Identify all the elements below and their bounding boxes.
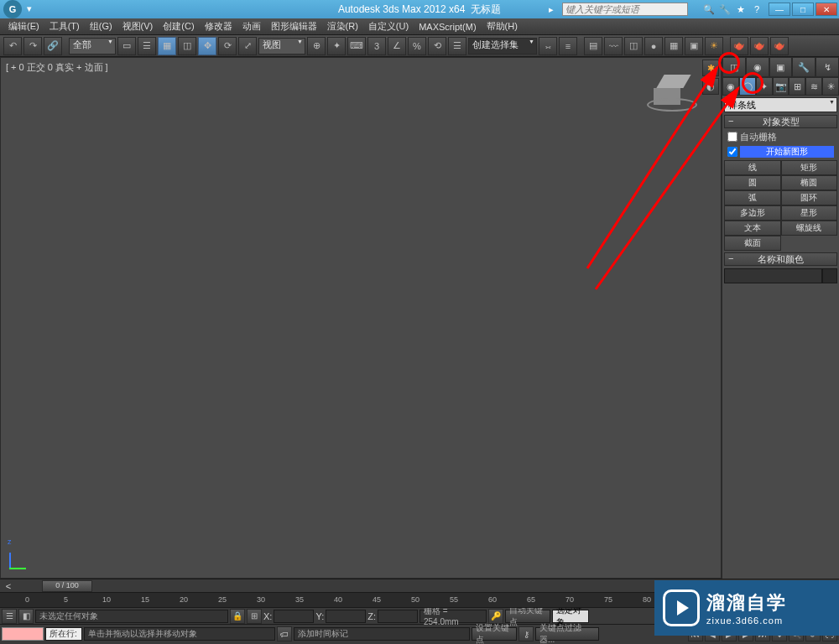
menu-maxscript[interactable]: MAXScript(M) (414, 22, 481, 32)
btn-arc[interactable]: 弧 (724, 190, 781, 205)
menu-tools[interactable]: 工具(T) (44, 20, 85, 33)
btn-donut[interactable]: 圆环 (781, 190, 838, 205)
select-move-button[interactable]: ✥ (198, 37, 216, 55)
object-type-rollout[interactable]: −对象类型 (724, 115, 837, 128)
link-button[interactable]: 🔗 (44, 37, 62, 55)
menu-render[interactable]: 渲染(R) (322, 20, 363, 33)
btn-text[interactable]: 文本 (724, 221, 781, 236)
object-name-input[interactable] (724, 268, 822, 283)
display-tab-icon[interactable]: ▣ (769, 57, 793, 77)
lock-button[interactable]: 🔒 (230, 609, 245, 624)
spacewarps-cat-icon[interactable]: ≋ (805, 77, 822, 96)
selected-dropdown[interactable]: 选定对象 (552, 610, 589, 623)
menu-modifiers[interactable]: 修改器 (200, 20, 237, 33)
shapes-cat-icon[interactable]: ◯ (739, 77, 756, 96)
wrench-icon[interactable]: 🔧 (718, 3, 732, 16)
minimize-button[interactable]: — (769, 3, 790, 16)
script-input-left[interactable] (2, 627, 44, 641)
teapot3-icon[interactable]: 🫖 (770, 37, 789, 55)
teapot1-icon[interactable]: 🫖 (730, 37, 748, 55)
teapot2-icon[interactable]: 🫖 (750, 37, 769, 55)
timetag-input[interactable]: 添加时间标记 (294, 627, 470, 641)
maximize-button[interactable]: □ (792, 3, 814, 16)
menu-create[interactable]: 创建(C) (158, 20, 199, 33)
helpers-cat-icon[interactable]: ⊞ (789, 77, 805, 96)
select-rotate-button[interactable]: ⟳ (218, 37, 237, 55)
window-crossing-button[interactable]: ◫ (178, 37, 196, 55)
redo-button[interactable]: ↷ (23, 37, 42, 55)
star-icon[interactable]: ★ (734, 3, 748, 16)
name-color-rollout[interactable]: −名称和颜色 (724, 252, 837, 266)
edit-named-sel-button[interactable]: ☰ (448, 37, 466, 55)
modify-tab-icon[interactable]: ◐ (702, 78, 719, 95)
utilities-tab-icon[interactable]: 🔧 (792, 57, 816, 77)
autokey-button[interactable]: 自动关键点 (505, 610, 550, 623)
script-listener-button[interactable]: ◧ (18, 609, 34, 624)
curve-editor-button[interactable]: 〰 (604, 37, 623, 55)
time-slider-handle[interactable]: 0 / 100 (42, 580, 92, 592)
z-input[interactable] (378, 610, 418, 623)
create-tab-icon[interactable]: ✱ (702, 60, 719, 76)
menu-graph[interactable]: 图形编辑器 (266, 20, 322, 33)
object-color-swatch[interactable] (822, 268, 837, 283)
btn-rectangle[interactable]: 矩形 (781, 160, 838, 175)
app-icon[interactable]: G (3, 0, 22, 18)
render-setup-button[interactable]: ▦ (664, 37, 683, 55)
named-selection-dropdown[interactable]: 创建选择集 (468, 38, 537, 55)
title-arrow-icon[interactable]: ▸ (549, 4, 554, 15)
systems-cat-icon[interactable]: ✳ (822, 77, 839, 96)
viewcube[interactable] (654, 75, 696, 108)
btn-helix[interactable]: 螺旋线 (781, 221, 838, 236)
menu-help[interactable]: 帮助(H) (482, 20, 523, 33)
keyfilter-button[interactable]: 关键点过滤器... (535, 627, 599, 641)
select-button[interactable]: ▭ (117, 37, 136, 55)
btn-star[interactable]: 星形 (781, 205, 838, 221)
select-region-button[interactable]: ▦ (158, 37, 176, 55)
lights-cat-icon[interactable]: ✦ (756, 77, 773, 96)
percent-snap-button[interactable]: % (408, 37, 426, 55)
select-name-button[interactable]: ☰ (138, 37, 156, 55)
y-input[interactable] (326, 610, 366, 623)
btn-ngon[interactable]: 多边形 (724, 205, 781, 221)
close-button[interactable]: ✕ (816, 3, 837, 16)
help-search-input[interactable] (562, 3, 688, 16)
script-mini-button[interactable]: ☰ (2, 609, 17, 624)
hierarchy-tab-icon[interactable]: ◫ (722, 57, 746, 77)
btn-ellipse[interactable]: 椭圆 (781, 175, 838, 190)
menu-animation[interactable]: 动画 (237, 20, 266, 33)
undo-button[interactable]: ↶ (3, 37, 22, 55)
extra-tab-icon[interactable]: ↯ (816, 57, 839, 77)
timetag-button[interactable]: 🏷 (277, 626, 292, 641)
manipulate-button[interactable]: ✦ (327, 37, 346, 55)
material-editor-button[interactable]: ● (644, 37, 663, 55)
shape-type-dropdown[interactable]: 样条线 (724, 97, 837, 112)
autogrid-checkbox[interactable] (727, 132, 737, 142)
ref-coord-dropdown[interactable]: 视图 (258, 38, 305, 55)
schematic-button[interactable]: ◫ (624, 37, 643, 55)
select-scale-button[interactable]: ⤢ (238, 37, 257, 55)
selection-filter-dropdown[interactable]: 全部 (69, 38, 116, 55)
layer-button[interactable]: ▤ (584, 37, 602, 55)
spinner-snap-button[interactable]: ⟲ (428, 37, 446, 55)
menu-group[interactable]: 组(G) (85, 20, 117, 33)
menu-view[interactable]: 视图(V) (117, 20, 159, 33)
btn-circle[interactable]: 圆 (724, 175, 781, 190)
mirror-button[interactable]: ⟗ (539, 37, 557, 55)
render-button[interactable]: ☀ (705, 37, 723, 55)
abs-rel-button[interactable]: ⊞ (247, 609, 262, 624)
align-button[interactable]: ≡ (559, 37, 577, 55)
keyboard-shortcut-button[interactable]: ⌨ (347, 37, 366, 55)
key-button[interactable]: 🔑 (488, 609, 503, 624)
angle-snap-button[interactable]: ∠ (388, 37, 406, 55)
viewport[interactable]: [ + 0 正交 0 真实 + 边面 ] z ✱ ◐ (0, 57, 722, 579)
viewport-label[interactable]: [ + 0 正交 0 真实 + 边面 ] (6, 61, 108, 74)
cameras-cat-icon[interactable]: 📷 (773, 77, 789, 96)
snap-toggle-button[interactable]: 3 (367, 37, 386, 55)
x-input[interactable] (274, 610, 314, 623)
menu-edit[interactable]: 编辑(E) (3, 20, 44, 33)
binoculars-icon[interactable]: 🔍 (702, 3, 716, 16)
setkey-button[interactable]: 设置关键点 (472, 627, 517, 641)
motion-tab-icon[interactable]: ◉ (746, 57, 769, 77)
render-frame-button[interactable]: ▣ (685, 37, 703, 55)
btn-section[interactable]: 截面 (724, 236, 781, 251)
